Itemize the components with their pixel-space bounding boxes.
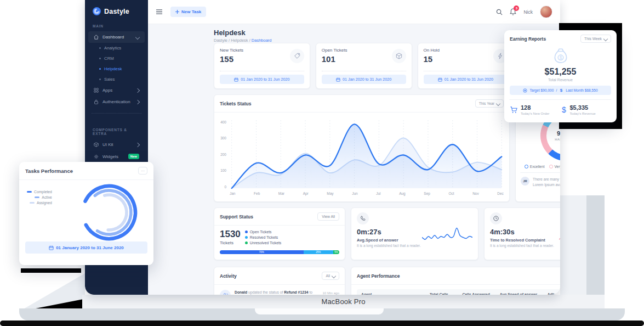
logo[interactable]: Dastyle	[85, 0, 148, 15]
revenue-value: $5,335	[570, 104, 596, 111]
chevron-down-icon	[332, 273, 336, 278]
chevron-right-icon	[135, 99, 140, 104]
search-icon[interactable]	[496, 9, 503, 15]
date-range-chip[interactable]: 01 Jan 2020 to 31 Jun 2020	[220, 75, 304, 84]
bullet-icon	[99, 68, 101, 70]
support-total: 1530	[220, 229, 241, 239]
clock-icon	[490, 212, 502, 224]
agent-table-header: Agent Total Calls Calls Answered Avg.Spe…	[357, 289, 560, 295]
x-axis-labels: JanFebMarAprMayJunJulAugSepOctNovDec	[230, 192, 504, 195]
card-title: Tickets Status	[220, 101, 251, 106]
activity-item[interactable]: Donald updated the status of Refund #123…	[214, 285, 345, 295]
y-tick: 100	[220, 168, 226, 172]
avatar[interactable]	[540, 5, 552, 18]
new-task-button[interactable]: New Task	[170, 7, 206, 17]
date-range-label: 01 Jan 2020 to 31 Jun 2020	[241, 77, 289, 82]
lock-icon	[94, 99, 99, 104]
agent-performance-card: Agent Performance View All Agent Total C…	[351, 267, 560, 295]
speed-sparkline	[422, 224, 472, 242]
target-chip: Target $90,000 / $ Last Month $68,550	[510, 86, 611, 95]
tickets-status-card: Tickets Status This Year 0100200300400 J…	[214, 94, 510, 202]
complaint-sparkline	[559, 224, 560, 242]
legend-item[interactable]: Very Good	[549, 165, 560, 168]
breadcrumb-mid[interactable]: Helpdesk	[231, 38, 248, 43]
laptop-floor-shadow	[0, 321, 644, 326]
card-title: Agent Performance	[357, 273, 400, 279]
date-range-label: 01 Jan 2020 to 31 Jun 2020	[343, 77, 391, 82]
laptop-notch	[255, 308, 384, 314]
support-total-label: Tickets	[220, 240, 241, 245]
plus-icon	[175, 10, 179, 14]
sidebar-item-label: Authentication	[102, 99, 130, 104]
target-label: Target $90,000	[529, 88, 554, 92]
progress-segment: 25%	[304, 250, 334, 254]
orders-label: Today's New Order	[521, 111, 549, 115]
date-range-chip[interactable]: 01 Jan 2020 to 31 Jun 2020	[424, 75, 508, 84]
column-header-avg-speed[interactable]: Avg.Speed of answer	[495, 293, 542, 295]
sidebar-item-authentication[interactable]: Authentication	[88, 96, 145, 108]
select-value: This Week	[584, 37, 602, 41]
calendar-icon	[234, 77, 238, 82]
calendar-icon	[49, 245, 54, 250]
sidebar-item-crm[interactable]: CRM	[85, 53, 148, 64]
orders-value: 128	[521, 104, 549, 111]
breadcrumb-root[interactable]: Dastyle	[214, 38, 227, 43]
user-name: Nick	[523, 9, 533, 15]
sidebar-item-sales[interactable]: Sales	[85, 74, 148, 85]
sidebar-item-ui-kit[interactable]: UI Kit	[88, 139, 145, 150]
sidebar-item-analytics[interactable]: Analytics	[85, 43, 148, 53]
phone-icon	[357, 212, 369, 224]
user-update-icon	[220, 290, 231, 295]
dotted-divider	[322, 71, 406, 71]
view-all-button[interactable]: View All	[317, 212, 339, 221]
todays-orders-stat: 128 Today's New Order	[510, 104, 561, 115]
legend-label: Open Tickets	[250, 230, 272, 234]
activity-filter-select[interactable]: All	[322, 272, 339, 280]
money-bag-icon: $	[504, 47, 617, 65]
sidebar-item-label: UI Kit	[102, 142, 113, 147]
laptop-right-edge	[586, 195, 605, 295]
menu-icon[interactable]	[156, 9, 163, 15]
bullet-icon	[99, 78, 101, 80]
column-header-calls-answered[interactable]: Calls Answered	[457, 293, 495, 295]
legend-dot-icon	[245, 241, 248, 244]
x-tick: Jan	[230, 192, 235, 195]
x-tick: Aug	[399, 192, 406, 195]
macbook-label: MacBook Pro	[321, 297, 365, 306]
dotted-divider	[220, 71, 304, 71]
bullet-icon	[99, 58, 101, 59]
laptop-right-side	[560, 195, 586, 295]
stat-card-open-tickets: Open Tickets 101 01 Jan 2020 to 31 Jun 2…	[316, 43, 412, 89]
sidebar-item-label: Sales	[104, 77, 115, 82]
progress-segment: 70%	[220, 250, 304, 254]
column-header-total-calls[interactable]: Total Calls	[421, 293, 457, 295]
legend-dash-icon	[30, 202, 35, 204]
more-menu-button[interactable]: ...	[138, 167, 147, 175]
target-icon	[523, 88, 527, 93]
sidebar-item-apps[interactable]: Apps	[88, 85, 145, 96]
new-badge: New	[128, 154, 139, 159]
calendar-icon	[336, 77, 340, 82]
tag-icon	[290, 49, 304, 63]
bullet-icon	[99, 47, 101, 49]
calendar-icon	[438, 77, 442, 82]
cart-icon	[510, 106, 518, 114]
legend-item[interactable]: Excellent	[525, 165, 545, 168]
tickets-filter-select[interactable]: This Year	[475, 99, 504, 108]
date-range-chip[interactable]: 01 Jan 2020 to 31 Jun 2020	[322, 75, 406, 84]
notifications-button[interactable]: 3	[510, 8, 516, 15]
sidebar-item-helpdesk[interactable]: Helpdesk	[85, 64, 148, 74]
sidebar-item-dashboard[interactable]: Dashboard	[88, 31, 145, 43]
sidebar-item-label: Widgets	[102, 154, 118, 159]
x-tick: Nov	[472, 192, 479, 195]
x-tick: Sep	[424, 192, 430, 195]
last-month-label: Last Month $68,550	[566, 88, 597, 92]
column-header-agent[interactable]: Agent	[361, 293, 421, 295]
sidebar-section-components: COMPONENTS & EXTRA	[85, 119, 148, 139]
earning-filter-select[interactable]: This Week	[580, 35, 611, 43]
breadcrumb-current[interactable]: Dashboard	[252, 38, 272, 43]
stat-card-new-tickets: New Tickets 155 01 Jan 2020 to 31 Jun 20…	[214, 43, 310, 89]
complaint-time-card: 4m:30s Time to Resolved Complaint It is …	[484, 207, 560, 260]
sidebar-item-widgets[interactable]: Widgets New	[88, 150, 145, 162]
activity-card: Activity All Donald updated the status o…	[214, 267, 345, 295]
